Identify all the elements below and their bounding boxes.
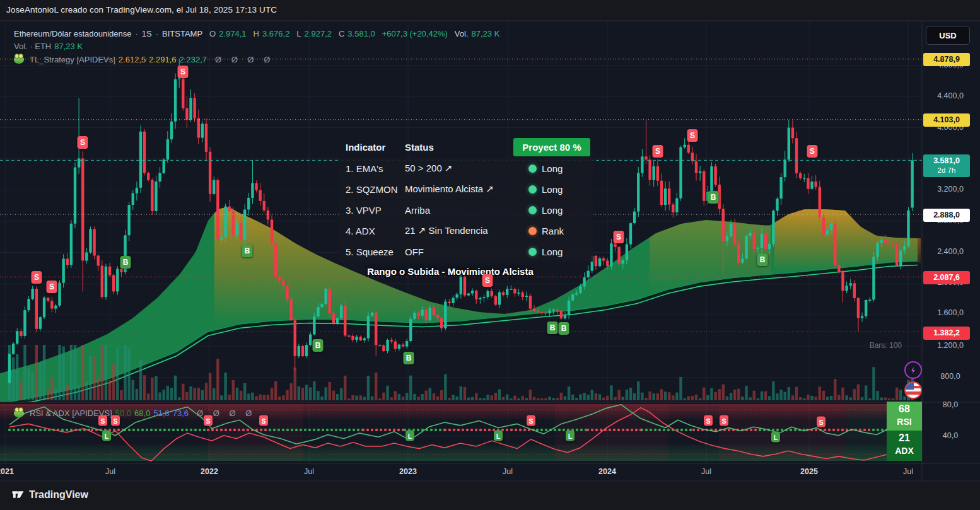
rsi-sell-marker: S xyxy=(817,417,825,427)
strategy-value: 2.291,6 xyxy=(149,55,176,64)
sell-signal-marker: S xyxy=(178,66,189,78)
table-row: 5. Squeeze OFF Long xyxy=(339,241,593,262)
rsi-long-marker: L xyxy=(102,431,111,441)
proyect-chip: Proyect 80 % xyxy=(513,138,590,156)
sell-signal-marker: S xyxy=(614,231,624,243)
time-axis-label: 2024 xyxy=(598,467,616,476)
rsi-sell-marker: S xyxy=(98,415,107,426)
table-footer-status: Rango o Subida - Movimiento Alcista xyxy=(339,266,561,277)
time-axis-label: 2022 xyxy=(201,467,218,476)
flag-canton xyxy=(906,383,914,390)
rsi-value: 68,0 xyxy=(134,409,150,418)
rsi-sell-marker: S xyxy=(527,415,535,426)
currency-toggle-button[interactable]: USD xyxy=(926,26,970,45)
tradingview-logo[interactable]: TradingView xyxy=(11,488,88,501)
sell-signal-marker: S xyxy=(32,271,42,284)
rsi-long-marker: L xyxy=(771,432,780,443)
strategy-legend[interactable]: TL_Strategy [APIDEVs] 2.612,5 2.291,6 2.… xyxy=(14,55,274,64)
rsi-long-marker: L xyxy=(494,431,503,441)
rsi-long-marker: L xyxy=(566,431,575,441)
tradingview-mark-icon xyxy=(11,488,25,501)
adx-last-value-badge: 21 ADX xyxy=(887,431,922,461)
buy-signal-marker: B xyxy=(313,339,324,352)
buy-signal-marker: B xyxy=(757,253,768,266)
sell-signal-marker: S xyxy=(653,145,663,158)
price-axis-badge: 2.087,6 xyxy=(923,271,970,284)
buy-signal-marker: B xyxy=(547,322,558,334)
price-axis-badge: 2.888,0 xyxy=(923,209,970,222)
sell-signal-marker: S xyxy=(78,136,88,149)
signal-dot xyxy=(528,248,537,256)
open-value: 2.974,1 xyxy=(219,29,246,38)
rsi-sell-marker: S xyxy=(111,415,120,426)
signal-dot xyxy=(528,165,537,173)
time-axis-label: Jul xyxy=(503,467,513,476)
price-axis-badge: 4.103,0 xyxy=(923,113,970,127)
low-value: 2.927,2 xyxy=(305,29,332,38)
time-axis-label: 2023 xyxy=(399,467,417,476)
signal-dot xyxy=(528,227,537,235)
sell-signal-marker: S xyxy=(687,129,698,142)
rsi-sell-marker: S xyxy=(704,415,713,426)
strategy-value: 2.612,5 xyxy=(119,55,146,64)
frog-icon xyxy=(14,55,24,64)
watermark-attribution: JoseAntonioL creado con TradingView.com,… xyxy=(6,5,277,14)
sell-signal-marker: S xyxy=(482,274,493,287)
change-value: +607,3 (+20,42%) xyxy=(382,29,448,38)
price-axis-label: 3.200,0 xyxy=(925,185,976,194)
bars-counter: Bars: 100 xyxy=(839,341,902,350)
price-axis-label: 800,0 xyxy=(925,372,976,381)
timeframe[interactable]: 1S xyxy=(142,29,152,38)
rsi-axis-label: 40,0 xyxy=(925,431,976,440)
tradingview-brand-text: TradingView xyxy=(29,489,88,501)
volume-value: 87,23 K xyxy=(472,29,500,38)
price-axis-badge: 1.382,2 xyxy=(923,327,970,340)
buy-signal-marker: B xyxy=(559,322,569,335)
symbol-legend[interactable]: Ethereum/Dólar estadounidense · 1S · BIT… xyxy=(14,29,499,38)
table-row: 1. EMA's 50 > 200 ↗ Long xyxy=(339,158,593,178)
adx-value: 73,6 xyxy=(173,409,189,418)
rsi-sell-marker: S xyxy=(259,415,268,426)
buy-signal-marker: B xyxy=(242,245,253,257)
alerts-lightning-icon[interactable] xyxy=(904,361,922,379)
strategy-value: 2.232,7 xyxy=(180,55,207,64)
price-axis-label: 4.400,0 xyxy=(925,91,976,100)
rsi-adx-legend[interactable]: RSI & ADX [APIDEVS] 50,0 68,0 51,8 73,6 … xyxy=(14,409,255,418)
strategy-name[interactable]: TL_Strategy [APIDEVs] xyxy=(30,55,115,64)
buy-signal-marker: B xyxy=(404,352,414,364)
sell-signal-marker: S xyxy=(47,281,57,293)
price-axis-badge: 3.581,02d 7h xyxy=(923,154,970,177)
strategy-signal-table: Indicator Status Proyect 80 % 1. EMA's 5… xyxy=(339,137,593,277)
exchange: BITSTAMP xyxy=(162,29,202,38)
time-axis-label: Jul xyxy=(304,467,314,476)
close-value: 3.581,0 xyxy=(347,29,375,38)
table-row: 4. ADX 21 ↗ Sin Tendencia Rank xyxy=(339,221,593,241)
table-col-indicator: Indicator xyxy=(339,142,405,153)
signal-dot xyxy=(528,185,537,194)
signal-dot xyxy=(528,206,537,214)
rsi-last-value-badge: 68 RSI xyxy=(887,402,922,431)
buy-signal-marker: B xyxy=(120,256,131,269)
economic-calendar-flag-icon[interactable] xyxy=(904,381,922,399)
table-row: 3. VPVP Arriba Long xyxy=(339,200,593,220)
price-axis-label: 1.600,0 xyxy=(925,308,976,317)
sell-signal-marker: S xyxy=(807,145,818,158)
price-axis-label: 1.200,0 xyxy=(925,341,976,350)
high-value: 3.676,2 xyxy=(262,29,289,38)
volume-legend: Vol. · ETH 87,23 K xyxy=(14,42,83,51)
buy-signal-marker: B xyxy=(708,191,719,204)
table-row: 2. SQZMON Movimiento Alcista ↗ Long xyxy=(339,179,593,199)
adx-value: 51,8 xyxy=(153,409,169,418)
symbol-title[interactable]: Ethereum/Dólar estadounidense xyxy=(14,29,131,38)
price-axis-badge: 4.878,9 xyxy=(923,53,970,66)
time-axis-label: Jul xyxy=(903,467,913,476)
table-col-status: Status xyxy=(405,142,513,153)
time-axis-label: 2025 xyxy=(800,467,818,476)
time-axis-label: 2021 xyxy=(0,467,14,476)
time-axis-label: Jul xyxy=(105,467,115,476)
frog-icon xyxy=(14,409,24,417)
rsi-sell-marker: S xyxy=(204,415,213,426)
rsi-long-marker: L xyxy=(405,431,414,441)
price-axis-label: 2.400,0 xyxy=(925,247,976,256)
time-axis-label: Jul xyxy=(701,467,711,476)
